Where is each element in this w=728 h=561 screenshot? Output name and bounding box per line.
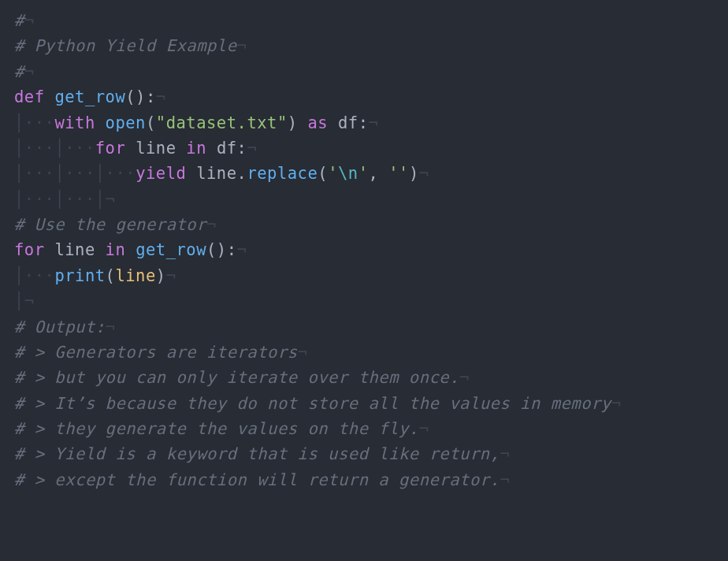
token-kw: in bbox=[106, 240, 126, 259]
token-cm: # > Generators are iterators bbox=[14, 343, 298, 362]
token-pn: : bbox=[358, 113, 369, 132]
token-cm: # bbox=[14, 62, 24, 81]
token-guide: │ bbox=[14, 292, 24, 310]
token-eol: ¬ bbox=[237, 240, 247, 259]
token-id: line bbox=[54, 240, 95, 259]
token-pn: . bbox=[237, 164, 247, 183]
code-line[interactable]: │···│···for line in df:¬ bbox=[14, 139, 257, 158]
token-pn: (): bbox=[206, 240, 237, 259]
token-pn: ( bbox=[318, 164, 328, 183]
token-fn: print bbox=[54, 266, 105, 285]
token-guide: │ bbox=[54, 164, 65, 183]
code-line[interactable]: # Python Yield Example¬ bbox=[14, 36, 247, 55]
token-pn bbox=[45, 87, 55, 106]
token-pn bbox=[95, 113, 106, 132]
token-pn: ) bbox=[288, 113, 298, 132]
token-ws: ··· bbox=[24, 164, 55, 183]
token-pn bbox=[125, 240, 136, 259]
token-guide: │ bbox=[95, 190, 106, 209]
token-eol: ¬ bbox=[500, 444, 510, 463]
token-kw: for bbox=[95, 139, 126, 158]
token-esc: \n bbox=[338, 164, 358, 183]
code-line[interactable]: #¬ bbox=[14, 11, 35, 30]
token-id: line bbox=[196, 164, 236, 183]
token-eol: ¬ bbox=[106, 190, 116, 209]
token-str: '' bbox=[388, 164, 409, 183]
token-eol: ¬ bbox=[24, 62, 35, 81]
token-cm: # > It’s because they do not store all t… bbox=[14, 394, 611, 413]
token-guide: │ bbox=[14, 113, 24, 132]
code-line[interactable]: │···│···│¬ bbox=[14, 190, 115, 209]
code-line[interactable]: # > Yield is a keyword that is used like… bbox=[14, 444, 510, 463]
token-cm: # > but you can only iterate over them o… bbox=[14, 368, 459, 387]
token-cm: # Use the generator bbox=[14, 215, 206, 234]
token-str: ' bbox=[358, 164, 369, 183]
code-line[interactable]: for line in get_row():¬ bbox=[14, 240, 247, 259]
token-pn: ) bbox=[156, 266, 166, 285]
token-par: line bbox=[115, 266, 155, 285]
code-line[interactable]: │···│···│···yield line.replace('\n', '')… bbox=[14, 164, 429, 183]
code-editor-view[interactable]: #¬ # Python Yield Example¬ #¬ def get_ro… bbox=[0, 0, 728, 500]
token-id: df bbox=[217, 139, 237, 158]
token-cm: # Output: bbox=[14, 318, 106, 336]
code-line[interactable]: #¬ bbox=[14, 62, 35, 81]
token-guide: │ bbox=[54, 139, 65, 158]
token-eol: ¬ bbox=[24, 292, 35, 310]
token-fn: open bbox=[106, 113, 146, 132]
token-str: "dataset.txt" bbox=[156, 113, 288, 132]
token-ws: ··· bbox=[65, 164, 95, 183]
token-pn bbox=[378, 164, 388, 183]
token-pn bbox=[45, 240, 55, 259]
token-eol: ¬ bbox=[206, 215, 217, 234]
code-line[interactable]: │¬ bbox=[14, 292, 35, 310]
token-eol: ¬ bbox=[156, 87, 166, 106]
token-kw: with bbox=[54, 113, 95, 132]
token-id: df bbox=[338, 113, 358, 132]
token-cm: # Python Yield Example bbox=[14, 36, 237, 55]
code-line[interactable]: # > except the function will return a ge… bbox=[14, 470, 510, 489]
token-ws: ··· bbox=[65, 139, 95, 158]
token-guide: │ bbox=[14, 164, 24, 183]
token-eol: ¬ bbox=[459, 368, 470, 387]
token-pn: ) bbox=[409, 164, 419, 183]
token-ws: ··· bbox=[24, 190, 55, 209]
code-line[interactable]: # > Generators are iterators¬ bbox=[14, 343, 307, 362]
token-id: line bbox=[136, 139, 176, 158]
token-pn: , bbox=[369, 164, 379, 183]
code-line[interactable]: │···print(line)¬ bbox=[14, 266, 176, 285]
token-pn: (): bbox=[125, 87, 156, 106]
token-cm: # > they generate the values on the fly. bbox=[14, 419, 419, 438]
token-fn: replace bbox=[247, 164, 318, 183]
token-fn: get_row bbox=[54, 87, 125, 106]
token-eol: ¬ bbox=[106, 318, 116, 336]
token-pn bbox=[125, 139, 136, 158]
token-eol: ¬ bbox=[247, 139, 257, 158]
code-line[interactable]: # > they generate the values on the fly.… bbox=[14, 419, 429, 438]
code-line[interactable]: # Use the generator¬ bbox=[14, 215, 217, 234]
token-cm: # > except the function will return a ge… bbox=[14, 470, 500, 489]
code-line[interactable]: │···with open("dataset.txt") as df:¬ bbox=[14, 113, 378, 132]
token-eol: ¬ bbox=[369, 113, 379, 132]
token-pn bbox=[186, 164, 196, 183]
code-line[interactable]: def get_row():¬ bbox=[14, 87, 166, 106]
token-guide: │ bbox=[14, 266, 24, 285]
code-line[interactable]: # > It’s because they do not store all t… bbox=[14, 394, 622, 413]
token-ws: ··· bbox=[24, 266, 55, 285]
token-ws: ··· bbox=[24, 139, 55, 158]
token-pn bbox=[176, 139, 187, 158]
token-cm: # > Yield is a keyword that is used like… bbox=[14, 444, 500, 463]
token-kw: yield bbox=[136, 164, 186, 183]
token-eol: ¬ bbox=[419, 164, 429, 183]
token-eol: ¬ bbox=[500, 470, 510, 489]
token-pn bbox=[206, 139, 217, 158]
token-pn: ( bbox=[106, 266, 116, 285]
code-line[interactable]: # Output:¬ bbox=[14, 318, 115, 336]
token-kw: for bbox=[14, 240, 45, 259]
token-guide: │ bbox=[95, 164, 106, 183]
token-guide: │ bbox=[14, 190, 24, 209]
token-pn bbox=[298, 113, 308, 132]
token-guide: │ bbox=[54, 190, 65, 209]
token-pn: : bbox=[237, 139, 247, 158]
token-cm: # bbox=[14, 11, 24, 30]
code-line[interactable]: # > but you can only iterate over them o… bbox=[14, 368, 470, 387]
